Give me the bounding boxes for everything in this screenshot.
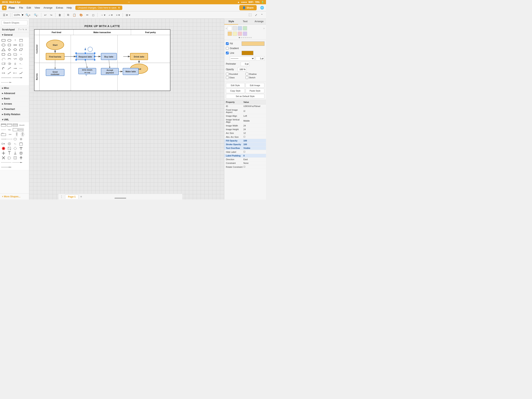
page-tab-more-button[interactable]: ⋮ bbox=[60, 195, 63, 199]
category-misc-header[interactable]: ▸ Misc bbox=[0, 85, 29, 90]
shape-uml-15[interactable]: T⊥ bbox=[13, 142, 18, 146]
shape-item[interactable] bbox=[18, 48, 24, 52]
copy-button[interactable]: ⧉ bbox=[66, 12, 70, 18]
shape-item[interactable] bbox=[7, 62, 12, 66]
shape-item[interactable] bbox=[1, 48, 6, 52]
dot-1[interactable] bbox=[239, 37, 240, 38]
glass-checkbox[interactable] bbox=[226, 76, 229, 79]
line-checkbox[interactable] bbox=[226, 52, 229, 54]
shape-item[interactable] bbox=[13, 71, 18, 75]
shape-uml-line-1[interactable] bbox=[1, 137, 6, 141]
shape-item[interactable] bbox=[18, 57, 24, 61]
globe-icon[interactable]: 🌐 bbox=[260, 6, 264, 10]
unsaved-changes-button[interactable]: Unsaved changes. Click here to save. ⬆ bbox=[75, 6, 122, 10]
rounded-checkbox[interactable] bbox=[226, 73, 229, 75]
shape-uml-line-2[interactable] bbox=[7, 137, 12, 141]
shape-uml-28[interactable] bbox=[18, 156, 24, 160]
line-color-picker[interactable] bbox=[242, 51, 253, 55]
shape-item[interactable] bbox=[1, 80, 12, 84]
shape-item[interactable]: ≡ bbox=[18, 52, 24, 57]
shape-uml-26[interactable] bbox=[7, 156, 12, 160]
shape-item[interactable] bbox=[1, 66, 6, 71]
zoom-label[interactable]: 110% bbox=[12, 13, 21, 17]
shape-uml-27[interactable] bbox=[13, 156, 18, 160]
menu-arrange[interactable]: Arrange bbox=[42, 6, 54, 10]
paste-button[interactable]: 📋 bbox=[71, 13, 77, 18]
copy-style-button[interactable]: Copy Style bbox=[226, 89, 245, 93]
zoom-out-button[interactable]: 🔍- bbox=[32, 13, 39, 18]
shape-uml-stick-2[interactable] bbox=[20, 132, 25, 137]
shape-item[interactable] bbox=[1, 62, 6, 66]
shape-item[interactable] bbox=[7, 43, 12, 47]
shape-uml-line-solid1[interactable] bbox=[1, 165, 12, 169]
shape-uml-stick-1[interactable] bbox=[14, 132, 19, 137]
shape-item[interactable] bbox=[1, 71, 6, 75]
shape-item[interactable] bbox=[13, 66, 18, 71]
menu-help[interactable]: Help bbox=[65, 6, 73, 10]
dot-7[interactable] bbox=[250, 37, 252, 38]
sidebar-toggle-button[interactable]: ☰ ▾ bbox=[1, 13, 9, 18]
shape-item[interactable] bbox=[7, 52, 12, 57]
shape-uml-12[interactable] bbox=[18, 137, 24, 141]
category-flowchart-header[interactable]: ▸ Flowchart bbox=[0, 107, 29, 112]
shape-item[interactable] bbox=[7, 48, 12, 52]
shape-uml-line-dash2[interactable] bbox=[12, 160, 23, 165]
tab-text[interactable]: Text bbox=[238, 19, 252, 25]
shape-item[interactable] bbox=[13, 48, 18, 52]
shape-uml-23[interactable] bbox=[13, 151, 18, 155]
edit-style-button[interactable]: Edit Style bbox=[226, 83, 245, 88]
share-button[interactable]: 👤 Share bbox=[239, 5, 257, 10]
dot-4[interactable] bbox=[245, 37, 246, 38]
shape-uml-13[interactable] bbox=[1, 142, 6, 146]
shape-item[interactable] bbox=[13, 62, 18, 66]
category-entity-header[interactable]: ▸ Entity Relation bbox=[0, 112, 29, 117]
table-button[interactable]: ⊞ ▾ bbox=[124, 13, 132, 18]
line-color-button[interactable]: ✏ bbox=[85, 13, 90, 18]
shape-uml-20[interactable] bbox=[18, 146, 24, 151]
shape-item[interactable] bbox=[18, 38, 24, 42]
sketch-checkbox[interactable] bbox=[246, 76, 248, 79]
shape-uml-21[interactable] bbox=[1, 151, 6, 155]
scratchpad-help[interactable]: ? bbox=[18, 28, 19, 31]
shape-uml-24[interactable] bbox=[18, 151, 24, 155]
color-swatch-blue[interactable] bbox=[238, 26, 242, 30]
opacity-input[interactable] bbox=[238, 67, 247, 71]
fill-color-button[interactable]: 🎨 bbox=[78, 13, 84, 18]
set-default-style-button[interactable]: Set as Default Style bbox=[226, 94, 265, 99]
tab-arrange[interactable]: Arrange bbox=[252, 19, 266, 25]
insert-button[interactable]: + ▾ bbox=[115, 13, 121, 18]
menu-file[interactable]: File bbox=[18, 6, 25, 10]
category-general-header[interactable]: ▾ General bbox=[0, 32, 29, 37]
shape-uml-22[interactable] bbox=[7, 151, 12, 155]
undo-button[interactable]: ↩ bbox=[43, 13, 48, 18]
shape-item[interactable] bbox=[1, 38, 6, 42]
color-swatch-white[interactable] bbox=[228, 26, 232, 30]
shape-item-text[interactable]: T bbox=[13, 38, 18, 42]
color-swatch-yellow[interactable] bbox=[233, 32, 237, 36]
shape-item[interactable] bbox=[7, 71, 12, 75]
more-shapes-button[interactable]: + More Shapes... bbox=[0, 193, 29, 200]
tab-style[interactable]: Style bbox=[224, 19, 238, 25]
shape-uml-3[interactable] bbox=[13, 123, 18, 127]
color-nav-prev[interactable]: ‹ bbox=[226, 27, 227, 30]
category-arrows-header[interactable]: ▸ Arrows bbox=[0, 101, 29, 106]
shape-item[interactable] bbox=[18, 43, 24, 47]
shape-uml-16[interactable] bbox=[18, 142, 24, 146]
shape-uml-7[interactable] bbox=[13, 128, 18, 132]
scratchpad-edit[interactable]: ✎ bbox=[22, 28, 24, 31]
shape-item[interactable] bbox=[7, 38, 12, 42]
category-basic-header[interactable]: ▸ Basic bbox=[0, 96, 29, 101]
shape-item[interactable] bbox=[7, 66, 12, 71]
scratchpad-add[interactable]: + bbox=[20, 28, 22, 31]
category-advanced-header[interactable]: ▸ Advanced bbox=[0, 91, 29, 96]
shape-item[interactable] bbox=[18, 71, 24, 75]
waypoint-button[interactable]: ⌐ ▾ bbox=[108, 13, 114, 18]
color-swatch-green[interactable] bbox=[243, 26, 247, 30]
shape-item[interactable] bbox=[12, 76, 23, 80]
menu-edit[interactable]: Edit bbox=[25, 6, 32, 10]
fullscreen-button[interactable]: ⛶ bbox=[247, 13, 253, 18]
page-tab-1[interactable]: Page-1 bbox=[65, 194, 78, 199]
fill-checkbox[interactable] bbox=[226, 42, 229, 45]
search-shapes-input[interactable] bbox=[1, 20, 27, 25]
perimeter-input[interactable] bbox=[241, 62, 249, 66]
